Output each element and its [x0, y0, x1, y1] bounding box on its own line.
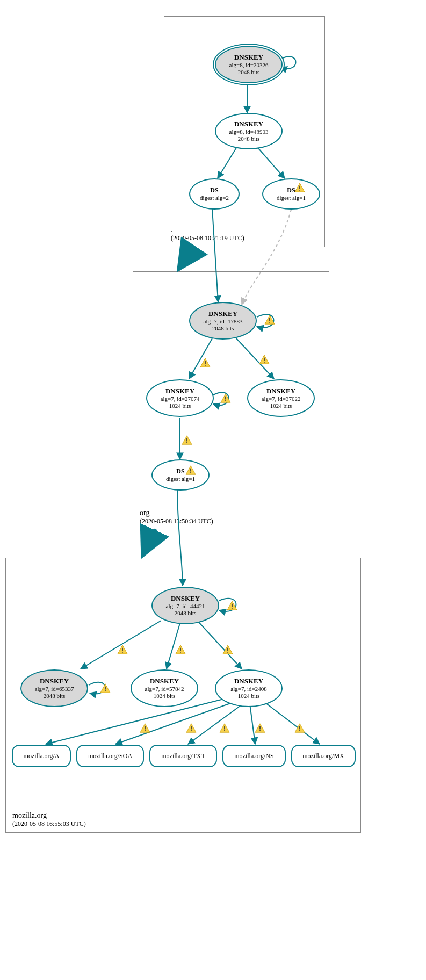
edges-layer [0, 0, 426, 11]
